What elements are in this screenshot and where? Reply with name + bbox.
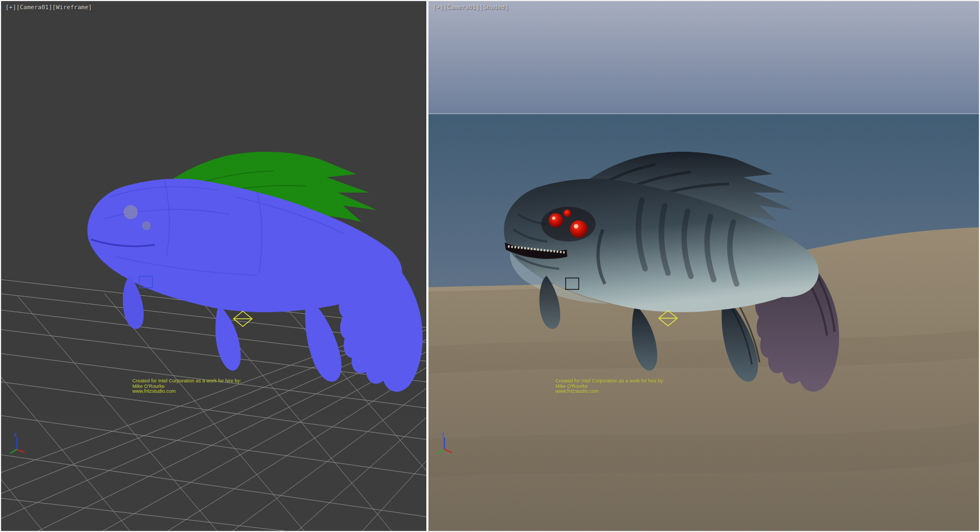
pelvic-fin[interactable] [216,305,241,370]
axis-z-label: z [442,431,444,437]
eye-spot-large [124,205,138,219]
fish-model-wireframe[interactable] [88,152,423,392]
viewport-menu-pov[interactable]: [Camera01] [444,4,480,11]
horizon-line [428,113,979,114]
eye-left [549,213,563,227]
eyes [541,207,596,242]
viewport-menu-shading[interactable]: [Shaded] [480,4,509,11]
eye-highlight-1 [552,216,555,220]
viewport-menu-general[interactable]: [+] [433,4,444,11]
viewport-wireframe[interactable]: [+][Camera01][Wireframe] [1,1,426,531]
viewport-label-right: [+][Camera01][Shaded] [433,4,509,11]
viewport-menu-pov[interactable]: [Camera01] [16,4,52,11]
axis-y-line [438,449,444,453]
transform-gizmo[interactable] [234,311,252,326]
sky-upper [428,1,979,114]
watermark-line3: www.fritzstudio.com [132,389,241,394]
wireframe-scene [1,1,426,531]
watermark-line3: www.fritzstudio.com [555,389,664,394]
eye-spot-small [142,221,151,230]
viewport-shaded[interactable]: [+][Camera01][Shaded] [428,1,979,531]
ground-shading-band2 [428,442,979,458]
world-axis-tripod: z [434,430,456,456]
eye-highlight-2 [574,224,578,228]
dual-viewport-stage: [+][Camera01][Wireframe] [0,0,980,532]
ground-shading-band1 [428,344,979,360]
eye-right [570,220,587,238]
axis-y-line [10,449,17,453]
viewport-menu-shading[interactable]: [Wireframe] [52,4,92,11]
axis-x-line [17,449,24,453]
axis-x-line [444,449,452,453]
viewport-label-left: [+][Camera01][Wireframe] [5,4,92,11]
viewport-menu-general[interactable]: [+] [5,4,16,11]
watermark-text: Created for Intel Corporation as a work … [555,379,664,394]
eye-small [564,209,571,217]
axis-z-label: z [14,431,17,437]
watermark-text: Created for Intel Corporation as a work … [132,379,241,394]
world-axis-tripod: z [7,430,28,456]
shaded-scene [428,1,979,531]
